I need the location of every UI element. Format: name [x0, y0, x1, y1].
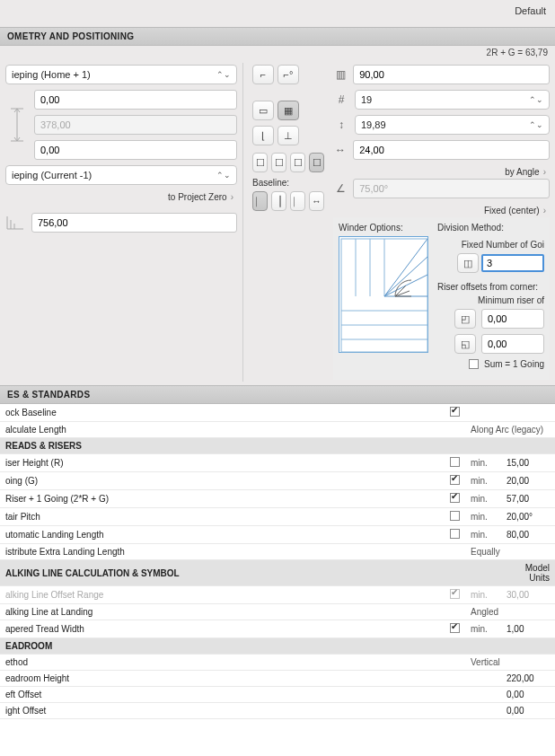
- treads-risers-header: READS & RISERS: [0, 438, 555, 454]
- stair-settings-dialog: Default OMETRY AND POSITIONING 2R + G = …: [0, 0, 555, 756]
- tread-input[interactable]: [353, 140, 550, 160]
- division-method-label: Division Method:: [437, 223, 544, 233]
- top-offset-icon: [5, 106, 29, 144]
- geometry-right-panel: ⌐ ⌐° ▭ ▦ ⌊ ⊥ ☐ ☐ ☐ ☐: [243, 59, 555, 385]
- walking-line-header: ALKING LINE CALCULATION & SYMBOL: [0, 560, 501, 586]
- sum-label: Sum = 1 Going: [484, 359, 544, 369]
- table-row[interactable]: Riser + 1 Going (2*R + G)min.57,00: [0, 490, 555, 508]
- table-row[interactable]: eft Offset0,00: [0, 687, 555, 703]
- table-row[interactable]: ight Offset0,00: [0, 703, 555, 719]
- table-row[interactable]: apered Tread Widthmin.1,00: [0, 620, 555, 638]
- checkbox[interactable]: [450, 623, 460, 633]
- going-select[interactable]: 19,89⌃⌄: [355, 115, 550, 135]
- total-height-input[interactable]: [31, 213, 237, 233]
- risers-icon: #: [333, 93, 349, 106]
- winder-diagram: [339, 236, 428, 353]
- table-row[interactable]: alculate LengthAlong Arc (legacy): [0, 422, 555, 438]
- angle-input: [353, 179, 550, 198]
- headroom-header: EADROOM: [0, 638, 555, 655]
- bottom-story-value: ieping (Current -1): [12, 170, 92, 180]
- stair-type-a-button[interactable]: ⌐: [252, 65, 274, 84]
- min-riser-label: Minimum riser of: [437, 295, 544, 305]
- tread-mode-a-button[interactable]: ▭: [252, 101, 274, 120]
- top-story-select[interactable]: ieping (Home + 1) ⌃⌄: [5, 65, 237, 84]
- winder-type-1-button[interactable]: ☐: [252, 153, 268, 172]
- nosing-a-button[interactable]: ⌊: [252, 126, 274, 145]
- baseline-offset-button[interactable]: ↔: [309, 191, 324, 211]
- chevron-updown-icon: ⌃⌄: [216, 171, 231, 180]
- bottom-offset-input[interactable]: [34, 140, 237, 160]
- table-row[interactable]: tair Pitchmin.20,00°: [0, 508, 555, 526]
- thickness-input: [34, 115, 237, 135]
- lock-baseline-checkbox[interactable]: [450, 407, 460, 417]
- section-geometry-header[interactable]: OMETRY AND POSITIONING: [0, 27, 555, 46]
- section-rules-header[interactable]: ES & STANDARDS: [0, 385, 555, 404]
- geometry-left-panel: ieping (Home + 1) ⌃⌄ ieping (Current -1)…: [0, 59, 242, 385]
- stair-type-b-button[interactable]: ⌐°: [278, 65, 299, 84]
- rise-total-input[interactable]: [353, 65, 550, 84]
- top-offset-input[interactable]: [34, 90, 237, 110]
- chevron-updown-icon: ⌃⌄: [216, 70, 231, 79]
- table-row[interactable]: istribute Extra Landing LengthEqually: [0, 544, 555, 560]
- table-row[interactable]: alking Line at LandingAngled: [0, 604, 555, 620]
- offset2-input[interactable]: [481, 334, 544, 354]
- winder-type-4-button[interactable]: ☐: [309, 153, 324, 172]
- chevron-right-icon: ›: [543, 206, 546, 215]
- fixed-goings-icon: ◫: [457, 253, 479, 273]
- baseline-left-button[interactable]: ⎸: [252, 191, 268, 211]
- checkbox[interactable]: [450, 511, 460, 521]
- risers-select[interactable]: 19⌃⌄: [355, 90, 550, 110]
- formula-readout: 2R + G = 63,79: [0, 46, 555, 59]
- sum-checkbox[interactable]: [469, 359, 479, 369]
- winder-options-label: Winder Options:: [339, 223, 428, 233]
- tread-mode-b-button[interactable]: ▦: [278, 101, 299, 120]
- table-row[interactable]: ock Baseline: [0, 404, 555, 422]
- checkbox[interactable]: [450, 475, 460, 485]
- checkbox[interactable]: [450, 493, 460, 503]
- fixed-goings-input[interactable]: [481, 254, 544, 272]
- offset1-input[interactable]: [481, 309, 544, 329]
- table-row[interactable]: ethodVertical: [0, 655, 555, 671]
- rules-table: ock Baseline alculate LengthAlong Arc (l…: [0, 404, 555, 719]
- table-row[interactable]: eadroom Height220,00: [0, 671, 555, 687]
- chevron-updown-icon: ⌃⌄: [529, 120, 543, 129]
- fixed-goings-label: Fixed Number of Goi: [437, 240, 544, 250]
- winder-type-3-button[interactable]: ☐: [290, 153, 305, 172]
- chevron-updown-icon: ⌃⌄: [529, 95, 543, 104]
- offset1-icon: ◰: [454, 309, 476, 329]
- model-units-label: Model Units: [501, 560, 555, 586]
- preset-label[interactable]: Default: [515, 5, 546, 16]
- checkbox: [450, 589, 460, 599]
- nosing-b-button[interactable]: ⊥: [278, 126, 299, 145]
- winder-type-2-button[interactable]: ☐: [271, 153, 286, 172]
- table-row[interactable]: iser Height (R)min.15,00: [0, 454, 555, 472]
- top-story-value: ieping (Home + 1): [12, 69, 91, 80]
- checkbox[interactable]: [450, 457, 460, 467]
- table-row[interactable]: alking Line Offset Rangemin.30,00: [0, 586, 555, 604]
- chevron-right-icon: ›: [543, 167, 546, 177]
- riser-offsets-label: Riser offsets from corner:: [437, 282, 544, 292]
- chevron-right-icon: ›: [231, 192, 233, 202]
- by-angle-link[interactable]: by Angle›: [333, 165, 550, 179]
- offset2-icon: ◱: [454, 334, 476, 354]
- rise-total-icon: ▥: [333, 68, 348, 81]
- baseline-right-button[interactable]: ⎸: [290, 191, 305, 211]
- project-zero-link[interactable]: to Project Zero›: [5, 190, 237, 204]
- total-height-icon: [5, 204, 26, 242]
- checkbox[interactable]: [450, 529, 460, 539]
- topbar: Default: [0, 0, 555, 27]
- tread-icon: ↔: [333, 144, 348, 156]
- baseline-label: Baseline:: [252, 178, 324, 188]
- winder-options-panel: Winder Options:: [333, 217, 550, 380]
- bottom-story-select[interactable]: ieping (Current -1) ⌃⌄: [5, 165, 237, 185]
- table-row[interactable]: utomatic Landing Lengthmin.80,00: [0, 526, 555, 544]
- baseline-center-button[interactable]: ⎥: [271, 191, 286, 211]
- table-row[interactable]: oing (G)min.20,00: [0, 472, 555, 490]
- angle-icon: ∠: [333, 182, 348, 195]
- going-icon: ↕: [333, 119, 349, 131]
- fixed-center-link[interactable]: Fixed (center)›: [333, 204, 550, 217]
